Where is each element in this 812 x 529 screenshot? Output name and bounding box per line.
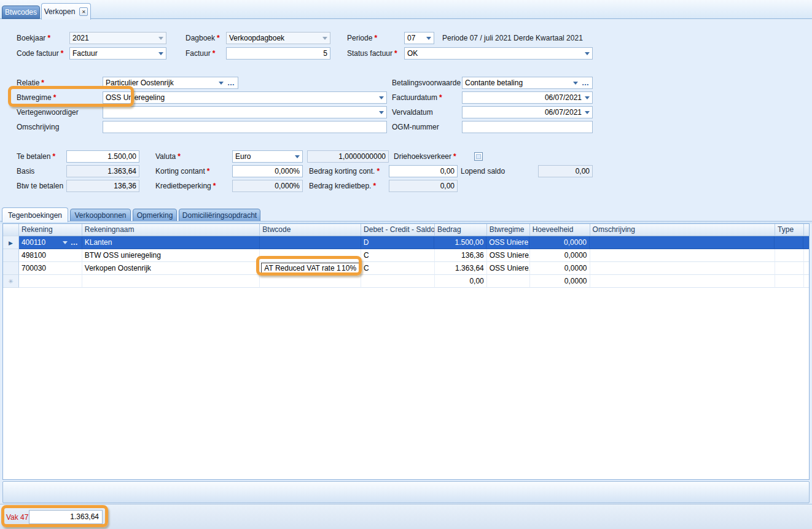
boekjaar-select[interactable]: 2021 — [69, 32, 166, 44]
dropdown-arrow-icon[interactable] — [158, 52, 163, 55]
cell-type[interactable] — [775, 236, 803, 249]
col-header-btwregime[interactable]: Btwregime — [487, 224, 530, 236]
lopend-saldo-label: Lopend saldo — [461, 165, 505, 177]
ellipsis-button[interactable]: … — [227, 79, 235, 87]
grid-header-row: Rekening Rekeningnaam Btwcode Debet - Cr… — [3, 224, 809, 236]
vervaldatum-input[interactable]: 06/07/2021 — [462, 106, 593, 118]
status-factuur-label: Status factuur* — [347, 47, 397, 60]
cell-rekeningnaam[interactable]: KLanten — [82, 236, 260, 249]
cell-type[interactable] — [775, 249, 804, 262]
tab-domicilieringsopdracht[interactable]: Domiciliëringsopdracht — [179, 209, 260, 222]
dropdown-arrow-icon[interactable] — [585, 52, 590, 55]
dropdown-arrow-icon[interactable] — [219, 82, 224, 85]
close-tab-icon[interactable]: ✕ — [79, 7, 88, 16]
vertegenwoordiger-select[interactable] — [103, 106, 387, 118]
cell-hoeveelheid[interactable]: 0,0000 — [530, 275, 590, 288]
cell-btwcode[interactable] — [260, 249, 361, 262]
ellipsis-button[interactable]: … — [582, 79, 590, 87]
code-factuur-label: Code factuur* — [17, 47, 63, 60]
dropdown-arrow-icon[interactable] — [379, 96, 384, 99]
col-header-debet-credit-saldo[interactable]: Debet - Credit - Saldo — [361, 224, 435, 236]
kredietbeperking-label: Kredietbeperking* — [155, 180, 216, 192]
cell-hoeveelheid[interactable]: 0,0000 — [529, 236, 590, 249]
tab-verkopen[interactable]: Verkopen ✕ — [41, 3, 91, 20]
dropdown-arrow-icon[interactable] — [379, 111, 384, 114]
dropdown-arrow-icon[interactable] — [426, 37, 431, 40]
dropdown-arrow-icon[interactable] — [585, 96, 590, 99]
dropdown-arrow-icon[interactable] — [585, 111, 590, 114]
grid-row[interactable]: 700030 Verkopen Oostenrijk AT Reduced VA… — [3, 262, 809, 275]
cell-btwcode[interactable] — [260, 275, 361, 288]
cell-btwregime[interactable] — [487, 275, 530, 288]
col-header-type[interactable]: Type — [775, 224, 804, 236]
cell-btwcode-editor[interactable]: AT Reduced VAT rate 1 10% — [260, 262, 361, 275]
col-header-hoeveelheid[interactable]: Hoeveelheid — [530, 224, 590, 236]
cell-rekening[interactable]: 700030 — [19, 262, 82, 275]
dagboek-select[interactable]: Verkoopdagboek — [226, 32, 330, 44]
col-header-omschrijving[interactable]: Omschrijving — [590, 224, 776, 236]
status-factuur-select[interactable]: OK — [404, 47, 593, 60]
cell-dcs[interactable]: C — [361, 249, 435, 262]
cell-ellipsis-button[interactable]: … — [71, 238, 78, 247]
cell-type[interactable] — [775, 275, 804, 288]
cell-omschrijving[interactable] — [590, 262, 776, 275]
korting-contant-input[interactable]: 0,000% — [232, 165, 303, 177]
code-factuur-select[interactable]: Factuur — [69, 47, 166, 60]
cell-rekeningnaam[interactable]: Verkopen Oostenrijk — [82, 262, 260, 275]
col-header-bedrag[interactable]: Bedrag — [435, 224, 487, 236]
col-header-rekening[interactable]: Rekening — [19, 224, 82, 236]
betalingsvoorwaarde-select[interactable]: Contante betaling… — [462, 77, 593, 89]
valuta-select[interactable]: Euro — [232, 150, 303, 163]
grid-row-selected[interactable]: ▶ 400110 … KLanten D 1.500,00 OSS Uniere… — [3, 236, 809, 249]
cell-bedrag[interactable]: 1.500,00 — [434, 236, 486, 249]
factuurdatum-input[interactable]: 06/07/2021 — [462, 91, 593, 104]
omschrijving-input[interactable] — [103, 121, 387, 133]
cell-rekening[interactable]: 400110 … — [19, 236, 82, 249]
cell-dcs[interactable]: C — [361, 262, 435, 275]
cell-omschrijving[interactable] — [590, 236, 775, 249]
checkbox-inner — [476, 154, 481, 159]
tab-opmerking[interactable]: Opmerking — [133, 209, 177, 222]
relatie-select[interactable]: Particulier Oostenrijk… — [103, 77, 238, 89]
cell-btwcode[interactable] — [260, 236, 361, 249]
cell-hoeveelheid[interactable]: 0,0000 — [530, 249, 590, 262]
tab-btwcodes[interactable]: Btwcodes — [2, 6, 40, 19]
required-marker: * — [47, 34, 50, 42]
btwregime-select[interactable]: OSS Unieregeling — [103, 91, 387, 104]
driehoeksverkeer-checkbox[interactable] — [474, 152, 483, 161]
cell-hoeveelheid[interactable]: 0,0000 — [530, 262, 590, 275]
grid-row[interactable]: 498100 BTW OSS unieregeling C 136,36 OSS… — [3, 249, 809, 262]
tab-verkoopbonnen[interactable]: Verkoopbonnen — [70, 209, 131, 222]
bedrag-korting-input[interactable]: 0,00 — [389, 165, 458, 177]
cell-rekeningnaam[interactable]: BTW OSS unieregeling — [82, 249, 260, 262]
ogm-nummer-input[interactable] — [462, 121, 593, 133]
col-header-btwcode[interactable]: Btwcode — [260, 224, 361, 236]
cell-type[interactable] — [775, 262, 804, 275]
cell-bedrag[interactable]: 1.363,64 — [435, 262, 487, 275]
cell-dcs[interactable] — [361, 275, 435, 288]
cell-bedrag[interactable]: 0,00 — [435, 275, 487, 288]
cell-dropdown-arrow-icon[interactable] — [63, 241, 68, 244]
cell-btwregime[interactable]: OSS Uniere... — [486, 236, 529, 249]
grid-new-row[interactable]: ✳ 0,00 0,0000 — [3, 275, 809, 288]
dropdown-arrow-icon[interactable] — [295, 155, 300, 158]
factuur-input[interactable]: 5 — [226, 47, 330, 60]
cell-rekening[interactable]: 498100 — [19, 249, 82, 262]
periode-select[interactable]: 07 — [404, 32, 434, 44]
cell-dcs[interactable]: D — [361, 236, 435, 249]
te-betalen-input[interactable]: 1.500,00 — [66, 150, 139, 163]
dropdown-arrow-icon — [322, 37, 327, 40]
col-header-rekeningnaam[interactable]: Rekeningnaam — [82, 224, 260, 236]
cell-rekening[interactable] — [19, 275, 82, 288]
cell-rekeningnaam[interactable] — [82, 275, 260, 288]
cell-bedrag[interactable]: 136,36 — [435, 249, 487, 262]
tab-tegenboekingen[interactable]: Tegenboekingen — [2, 207, 68, 222]
current-row-arrow-icon: ▶ — [9, 240, 13, 246]
cell-omschrijving[interactable] — [590, 249, 776, 262]
cell-btwregime[interactable]: OSS Uniere... — [487, 249, 530, 262]
cell-btwregime[interactable]: OSS Uniere... — [487, 262, 530, 275]
cell-omschrijving[interactable] — [590, 275, 776, 288]
dropdown-arrow-icon[interactable] — [573, 82, 578, 85]
btwcode-edit-value[interactable]: AT Reduced VAT rate 1 10% — [261, 263, 359, 274]
lopend-saldo-field: 0,00 — [538, 165, 593, 177]
